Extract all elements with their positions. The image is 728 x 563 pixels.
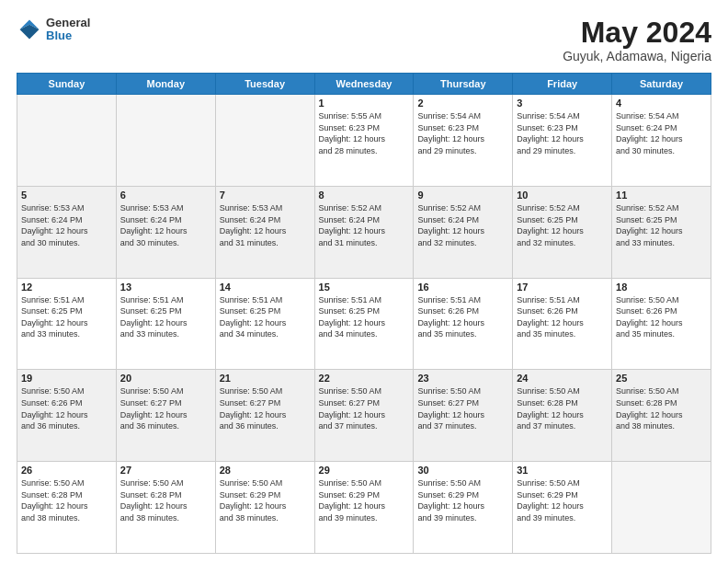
calendar-cell [612, 462, 711, 554]
calendar-cell: 4Sunrise: 5:54 AMSunset: 6:24 PMDaylight… [612, 95, 711, 187]
day-number: 15 [319, 282, 410, 293]
calendar-cell [116, 95, 215, 187]
calendar-cell: 8Sunrise: 5:52 AMSunset: 6:24 PMDaylight… [314, 186, 414, 278]
title-location: Guyuk, Adamawa, Nigeria [563, 49, 711, 63]
col-header-thursday: Thursday [414, 74, 513, 95]
day-number: 31 [517, 465, 608, 476]
calendar-cell: 29Sunrise: 5:50 AMSunset: 6:29 PMDayligh… [314, 462, 414, 554]
logo-general-text: General [46, 17, 90, 29]
day-info: Sunrise: 5:52 AMSunset: 6:24 PMDaylight:… [319, 202, 410, 248]
day-info: Sunrise: 5:50 AMSunset: 6:27 PMDaylight:… [319, 385, 410, 431]
day-number: 29 [319, 465, 410, 476]
calendar-cell: 17Sunrise: 5:51 AMSunset: 6:26 PMDayligh… [513, 278, 612, 370]
calendar-cell: 28Sunrise: 5:50 AMSunset: 6:29 PMDayligh… [215, 462, 314, 554]
header: General Blue May 2024 Guyuk, Adamawa, Ni… [17, 17, 711, 63]
calendar-cell: 1Sunrise: 5:55 AMSunset: 6:23 PMDaylight… [314, 95, 414, 187]
col-header-saturday: Saturday [612, 74, 711, 95]
day-info: Sunrise: 5:51 AMSunset: 6:26 PMDaylight:… [417, 294, 508, 340]
logo-blue-text: Blue [46, 29, 90, 42]
day-info: Sunrise: 5:50 AMSunset: 6:28 PMDaylight:… [120, 477, 211, 523]
calendar-cell: 7Sunrise: 5:53 AMSunset: 6:24 PMDaylight… [215, 186, 314, 278]
col-header-friday: Friday [513, 74, 612, 95]
day-info: Sunrise: 5:50 AMSunset: 6:28 PMDaylight:… [21, 477, 112, 523]
day-info: Sunrise: 5:54 AMSunset: 6:23 PMDaylight:… [517, 110, 608, 156]
calendar-cell [17, 95, 117, 187]
calendar-cell: 12Sunrise: 5:51 AMSunset: 6:25 PMDayligh… [17, 278, 117, 370]
day-number: 28 [220, 465, 311, 476]
day-info: Sunrise: 5:50 AMSunset: 6:29 PMDaylight:… [319, 477, 410, 523]
calendar-cell [215, 95, 314, 187]
day-number: 25 [616, 373, 707, 384]
calendar-cell: 31Sunrise: 5:50 AMSunset: 6:29 PMDayligh… [513, 462, 612, 554]
day-info: Sunrise: 5:50 AMSunset: 6:26 PMDaylight:… [21, 385, 112, 431]
calendar-week-row: 12Sunrise: 5:51 AMSunset: 6:25 PMDayligh… [17, 278, 711, 370]
day-info: Sunrise: 5:50 AMSunset: 6:27 PMDaylight:… [417, 385, 508, 431]
col-header-monday: Monday [116, 74, 215, 95]
calendar-cell: 6Sunrise: 5:53 AMSunset: 6:24 PMDaylight… [116, 186, 215, 278]
calendar-cell: 9Sunrise: 5:52 AMSunset: 6:24 PMDaylight… [414, 186, 513, 278]
day-info: Sunrise: 5:52 AMSunset: 6:24 PMDaylight:… [417, 202, 508, 248]
day-info: Sunrise: 5:50 AMSunset: 6:28 PMDaylight:… [616, 385, 707, 431]
calendar-cell: 18Sunrise: 5:50 AMSunset: 6:26 PMDayligh… [612, 278, 711, 370]
calendar-week-row: 5Sunrise: 5:53 AMSunset: 6:24 PMDaylight… [17, 186, 711, 278]
day-number: 26 [21, 465, 112, 476]
day-info: Sunrise: 5:51 AMSunset: 6:26 PMDaylight:… [517, 294, 608, 340]
day-number: 19 [21, 373, 112, 384]
calendar-cell: 27Sunrise: 5:50 AMSunset: 6:28 PMDayligh… [116, 462, 215, 554]
day-number: 23 [417, 373, 508, 384]
title-month: May 2024 [563, 17, 711, 49]
calendar-cell: 30Sunrise: 5:50 AMSunset: 6:29 PMDayligh… [414, 462, 513, 554]
calendar-cell: 14Sunrise: 5:51 AMSunset: 6:25 PMDayligh… [215, 278, 314, 370]
day-info: Sunrise: 5:50 AMSunset: 6:28 PMDaylight:… [517, 385, 608, 431]
calendar-cell: 10Sunrise: 5:52 AMSunset: 6:25 PMDayligh… [513, 186, 612, 278]
day-number: 21 [220, 373, 311, 384]
day-number: 13 [120, 282, 211, 293]
logo-text: General Blue [46, 17, 90, 43]
day-info: Sunrise: 5:52 AMSunset: 6:25 PMDaylight:… [517, 202, 608, 248]
day-number: 3 [517, 98, 608, 109]
calendar-header-row: SundayMondayTuesdayWednesdayThursdayFrid… [17, 74, 711, 95]
day-info: Sunrise: 5:54 AMSunset: 6:23 PMDaylight:… [417, 110, 508, 156]
day-number: 2 [417, 98, 508, 109]
calendar-cell: 2Sunrise: 5:54 AMSunset: 6:23 PMDaylight… [414, 95, 513, 187]
calendar-cell: 13Sunrise: 5:51 AMSunset: 6:25 PMDayligh… [116, 278, 215, 370]
day-number: 18 [616, 282, 707, 293]
calendar-cell: 16Sunrise: 5:51 AMSunset: 6:26 PMDayligh… [414, 278, 513, 370]
day-info: Sunrise: 5:50 AMSunset: 6:27 PMDaylight:… [120, 385, 211, 431]
day-number: 22 [319, 373, 410, 384]
day-info: Sunrise: 5:51 AMSunset: 6:25 PMDaylight:… [21, 294, 112, 340]
day-info: Sunrise: 5:53 AMSunset: 6:24 PMDaylight:… [220, 202, 311, 248]
day-number: 12 [21, 282, 112, 293]
day-info: Sunrise: 5:51 AMSunset: 6:25 PMDaylight:… [120, 294, 211, 340]
day-info: Sunrise: 5:50 AMSunset: 6:27 PMDaylight:… [220, 385, 311, 431]
calendar-week-row: 1Sunrise: 5:55 AMSunset: 6:23 PMDaylight… [17, 95, 711, 187]
page: General Blue May 2024 Guyuk, Adamawa, Ni… [0, 0, 728, 563]
day-number: 24 [517, 373, 608, 384]
day-number: 7 [220, 190, 311, 201]
day-info: Sunrise: 5:51 AMSunset: 6:25 PMDaylight:… [220, 294, 311, 340]
day-number: 30 [417, 465, 508, 476]
day-info: Sunrise: 5:51 AMSunset: 6:25 PMDaylight:… [319, 294, 410, 340]
calendar-cell: 19Sunrise: 5:50 AMSunset: 6:26 PMDayligh… [17, 370, 117, 462]
calendar-week-row: 26Sunrise: 5:50 AMSunset: 6:28 PMDayligh… [17, 462, 711, 554]
day-number: 6 [120, 190, 211, 201]
day-info: Sunrise: 5:50 AMSunset: 6:29 PMDaylight:… [417, 477, 508, 523]
day-info: Sunrise: 5:50 AMSunset: 6:29 PMDaylight:… [517, 477, 608, 523]
calendar-cell: 15Sunrise: 5:51 AMSunset: 6:25 PMDayligh… [314, 278, 414, 370]
calendar-cell: 11Sunrise: 5:52 AMSunset: 6:25 PMDayligh… [612, 186, 711, 278]
logo: General Blue [17, 17, 90, 43]
calendar-cell: 22Sunrise: 5:50 AMSunset: 6:27 PMDayligh… [314, 370, 414, 462]
day-number: 20 [120, 373, 211, 384]
day-info: Sunrise: 5:53 AMSunset: 6:24 PMDaylight:… [120, 202, 211, 248]
calendar-cell: 5Sunrise: 5:53 AMSunset: 6:24 PMDaylight… [17, 186, 117, 278]
col-header-wednesday: Wednesday [314, 74, 414, 95]
day-number: 16 [417, 282, 508, 293]
day-info: Sunrise: 5:50 AMSunset: 6:26 PMDaylight:… [616, 294, 707, 340]
day-number: 4 [616, 98, 707, 109]
day-number: 27 [120, 465, 211, 476]
title-block: May 2024 Guyuk, Adamawa, Nigeria [563, 17, 711, 63]
calendar-cell: 21Sunrise: 5:50 AMSunset: 6:27 PMDayligh… [215, 370, 314, 462]
day-number: 14 [220, 282, 311, 293]
calendar-cell: 20Sunrise: 5:50 AMSunset: 6:27 PMDayligh… [116, 370, 215, 462]
day-number: 5 [21, 190, 112, 201]
